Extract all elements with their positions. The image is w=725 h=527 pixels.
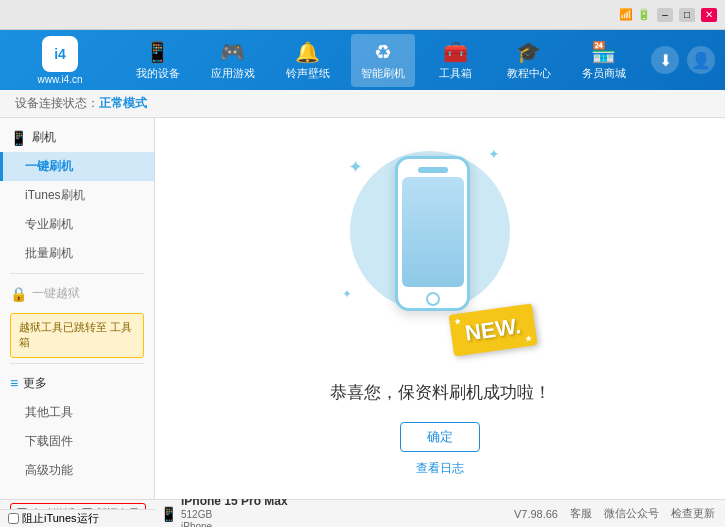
sidebar-divider-2 [10,363,144,364]
star-br: ★ [524,332,533,343]
phone-body [395,156,470,311]
other-tools-label: 其他工具 [25,405,73,419]
device-phone-icon: 📱 [160,506,177,522]
device-type: iPhone [181,521,288,527]
toolbox-nav-label: 工具箱 [439,66,472,81]
nav-apps-games[interactable]: 🎮 应用游戏 [201,34,265,87]
navigation: 📱 我的设备 🎮 应用游戏 🔔 铃声壁纸 ♻ 智能刷机 🧰 工具箱 🎓 教程中心… [120,34,641,87]
minimize-button[interactable]: – [657,8,673,22]
ringtone-nav-label: 铃声壁纸 [286,66,330,81]
header: i4 www.i4.cn 📱 我的设备 🎮 应用游戏 🔔 铃声壁纸 ♻ 智能刷机… [0,30,725,90]
sparkle-bottom-left: ✦ [342,287,352,301]
toolbox-nav-icon: 🧰 [443,40,468,64]
stop-itunes-checkbox[interactable] [8,513,19,524]
service-nav-icon: 🏪 [591,40,616,64]
apps-nav-icon: 🎮 [220,40,245,64]
nav-tutorial[interactable]: 🎓 教程中心 [497,34,561,87]
content-area: ✦ ✦ ✦ ★ ★ NEW. [155,118,725,499]
maximize-button[interactable]: □ [679,8,695,22]
stop-itunes-label[interactable]: 阻止iTunes运行 [8,511,99,526]
confirm-label: 确定 [427,428,453,446]
ringtone-nav-icon: 🔔 [295,40,320,64]
customer-service-link[interactable]: 客服 [570,506,592,521]
advanced-label: 高级功能 [25,463,73,477]
top-bar: 📶 🔋 – □ ✕ [0,0,725,30]
jailbreak-notice-text: 越狱工具已跳转至 工具箱 [19,321,132,348]
device-storage: 512GB [181,509,288,521]
nav-my-device[interactable]: 📱 我的设备 [126,34,190,87]
nav-smart-flash[interactable]: ♻ 智能刷机 [351,34,415,87]
sparkle-top: ✦ [488,146,500,162]
flash-section-icon: 📱 [10,130,27,146]
new-banner: ★ ★ NEW. [448,303,537,356]
sidebar: 📱 刷机 一键刷机 iTunes刷机 专业刷机 批量刷机 [0,118,155,499]
wechat-link[interactable]: 微信公众号 [604,506,659,521]
sidebar-divider-1 [10,273,144,274]
device-details: iPhone 15 Pro Max 512GB iPhone [181,494,288,527]
one-key-flash-label: 一键刷机 [25,159,73,173]
pro-flash-label: 专业刷机 [25,217,73,231]
flash-section-label: 刷机 [32,129,56,146]
device-nav-label: 我的设备 [136,66,180,81]
more-section-label: 更多 [23,375,47,392]
wifi-icon: 📶 [619,8,633,21]
phone-screen [402,177,464,287]
sidebar-wrapper: 📱 刷机 一键刷机 iTunes刷机 专业刷机 批量刷机 [0,123,154,494]
new-ribbon: ★ ★ NEW. [448,303,537,356]
logo-icon: i4 [42,36,78,72]
logo-url: www.i4.cn [37,74,82,85]
flash-nav-label: 智能刷机 [361,66,405,81]
tutorial-nav-icon: 🎓 [516,40,541,64]
jailbreak-section-label: 一键越狱 [32,285,80,302]
sidebar-scroll: 📱 刷机 一键刷机 iTunes刷机 专业刷机 批量刷机 [0,123,154,494]
device-nav-icon: 📱 [145,40,170,64]
stop-itunes-bar: 阻止iTunes运行 [0,509,155,527]
breadcrumb-status: 正常模式 [99,95,147,112]
header-right: ⬇ 👤 [641,46,725,74]
phone-illustration: ✦ ✦ ✦ ★ ★ NEW. [340,141,540,361]
star-tl: ★ [453,316,462,327]
nav-toolbox[interactable]: 🧰 工具箱 [426,34,486,87]
breadcrumb: 设备连接状态： 正常模式 [0,90,725,118]
sidebar-jailbreak-notice: 越狱工具已跳转至 工具箱 [10,313,144,358]
sidebar-section-flash[interactable]: 📱 刷机 [0,123,154,152]
sidebar-item-itunes-flash[interactable]: iTunes刷机 [0,181,154,210]
user-button[interactable]: 👤 [687,46,715,74]
breadcrumb-prefix: 设备连接状态： [15,95,99,112]
success-message: 恭喜您，保资料刷机成功啦！ [330,381,551,404]
phone-home [426,292,440,306]
sidebar-section-more[interactable]: ≡ 更多 [0,369,154,398]
sidebar-item-download-fw[interactable]: 下载固件 [0,427,154,456]
itunes-flash-label: iTunes刷机 [25,188,85,202]
sidebar-item-pro-flash[interactable]: 专业刷机 [0,210,154,239]
apps-nav-label: 应用游戏 [211,66,255,81]
jailbreak-section-icon: 🔒 [10,286,27,302]
tutorial-nav-label: 教程中心 [507,66,551,81]
stop-itunes-text: 阻止iTunes运行 [22,511,99,526]
sidebar-item-other-tools[interactable]: 其他工具 [0,398,154,427]
flash-nav-icon: ♻ [374,40,392,64]
version-label: V7.98.66 [514,508,558,520]
bottom-right: V7.98.66 客服 微信公众号 检查更新 [514,506,715,521]
phone-notch [418,167,448,173]
log-link-label: 查看日志 [416,461,464,475]
sparkle-left: ✦ [348,156,363,178]
log-link[interactable]: 查看日志 [416,460,464,477]
batch-flash-label: 批量刷机 [25,246,73,260]
nav-service[interactable]: 🏪 务员商城 [572,34,636,87]
logo: i4 www.i4.cn [0,36,120,85]
main-layout: 📱 刷机 一键刷机 iTunes刷机 专业刷机 批量刷机 [0,118,725,499]
battery-icon: 🔋 [637,8,651,21]
update-link[interactable]: 检查更新 [671,506,715,521]
sidebar-section-jailbreak: 🔒 一键越狱 [0,279,154,308]
sidebar-item-one-key-flash[interactable]: 一键刷机 [0,152,154,181]
confirm-button[interactable]: 确定 [400,422,480,452]
new-text: NEW. [463,313,522,346]
device-info: 📱 iPhone 15 Pro Max 512GB iPhone [160,494,288,527]
download-button[interactable]: ⬇ [651,46,679,74]
close-button[interactable]: ✕ [701,8,717,22]
service-nav-label: 务员商城 [582,66,626,81]
sidebar-item-advanced[interactable]: 高级功能 [0,456,154,485]
sidebar-item-batch-flash[interactable]: 批量刷机 [0,239,154,268]
nav-ringtones[interactable]: 🔔 铃声壁纸 [276,34,340,87]
